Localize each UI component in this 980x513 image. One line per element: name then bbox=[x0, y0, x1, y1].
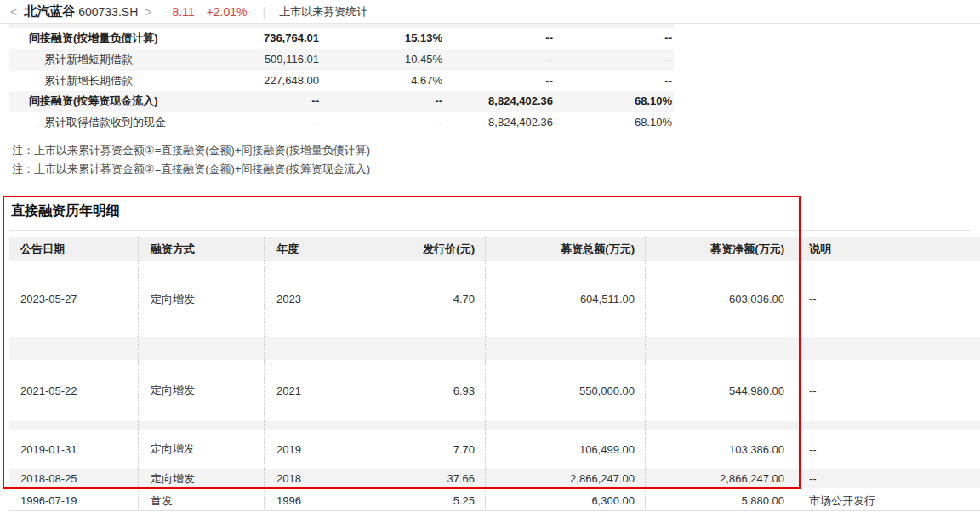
column-header: 年度 bbox=[264, 237, 356, 261]
cell-year: 1996 bbox=[264, 491, 356, 510]
cell-total-raised: 106,499.00 bbox=[485, 430, 645, 469]
cell-issue-price: 6.93 bbox=[356, 360, 485, 421]
footnote: 注：上市以来累计募资金额①=直接融资(金额)+间接融资(按增量负债计算) bbox=[12, 141, 370, 160]
cell-percent: -- bbox=[319, 112, 442, 134]
cell-announce-date: 1996-07-19 bbox=[9, 491, 138, 510]
stock-price: 8.11 bbox=[172, 5, 194, 19]
table-row: 2018-08-25 定向增发 2018 37.66 2,866,247.00 … bbox=[9, 469, 980, 488]
stock-code: 600733.SH bbox=[78, 5, 138, 19]
cell-percent: 15.13% bbox=[319, 28, 442, 49]
cell-amount: -- bbox=[187, 91, 319, 112]
cell-year: 2023 bbox=[264, 261, 356, 337]
cell-percent2: -- bbox=[553, 71, 672, 92]
direct-financing-table-header: 公告日期 融资方式 年度 发行价(元) 募资总额(万元) 募资净额(万元) 说明 bbox=[9, 237, 980, 261]
row-label: 累计取得借款收到的现金 bbox=[9, 112, 187, 134]
cell-note: -- bbox=[795, 469, 980, 488]
topbar-divider: | bbox=[263, 5, 266, 19]
chevron-right-icon[interactable]: > bbox=[141, 5, 155, 19]
footnote: 注：上市以来累计募资金额②=直接融资(金额)+间接融资(按筹资现金流入) bbox=[12, 160, 370, 179]
cell-announce-date: 2018-08-25 bbox=[9, 469, 138, 488]
table-row: 间接融资(按筹资现金流入) -- -- 8,824,402.36 68.10% bbox=[9, 91, 674, 112]
cell-amount: 509,116.01 bbox=[187, 49, 319, 71]
column-header: 募资总额(万元) bbox=[485, 237, 645, 261]
cell-year: 2021 bbox=[264, 360, 356, 421]
page: < 北汽蓝谷 600733.SH > 8.11 +2.01% | 上市以来募资统… bbox=[0, 0, 980, 513]
cell-amount: 736,764.01 bbox=[187, 28, 319, 49]
cell-announce-date: 2023-05-27 bbox=[9, 261, 138, 337]
column-header: 公告日期 bbox=[9, 237, 138, 261]
cell-announce-date: 2021-05-22 bbox=[9, 360, 138, 421]
cell-financing-method: 定向增发 bbox=[138, 360, 264, 421]
column-header: 发行价(元) bbox=[356, 237, 485, 261]
column-header: 募资净额(万元) bbox=[645, 237, 795, 261]
cell-total-raised: 550,000.00 bbox=[485, 360, 645, 421]
cell-issue-price: 7.70 bbox=[356, 430, 485, 469]
table-row: 1996-07-19 首发 1996 5.25 6,300.00 5,880.0… bbox=[9, 491, 980, 510]
cell-amount2: -- bbox=[442, 49, 553, 71]
cell-amount2: 8,824,402.36 bbox=[442, 112, 553, 134]
cell-financing-method: 定向增发 bbox=[138, 430, 264, 469]
table-row: 2019-01-31 定向增发 2019 7.70 106,499.00 103… bbox=[9, 430, 980, 469]
direct-financing-table: 2023-05-27 定向增发 2023 4.70 604,511.00 603… bbox=[9, 261, 980, 510]
cell-note: -- bbox=[795, 360, 980, 421]
table-bottom-border bbox=[9, 510, 980, 511]
stock-name: 北汽蓝谷 bbox=[24, 3, 75, 20]
cell-total-raised: 604,511.00 bbox=[485, 261, 645, 337]
row-label: 间接融资(按增量负债计算) bbox=[9, 28, 187, 49]
cell-percent: 4.67% bbox=[319, 71, 442, 92]
cell-amount2: 8,824,402.36 bbox=[442, 91, 553, 112]
cell-announce-date: 2019-01-31 bbox=[9, 430, 138, 469]
cell-net-raised: 603,036.00 bbox=[645, 261, 795, 337]
indirect-financing-table: 间接融资(按增量负债计算) 736,764.01 15.13% -- -- 累计… bbox=[9, 28, 674, 134]
cell-percent: 10.45% bbox=[319, 49, 442, 71]
cell-issue-price: 5.25 bbox=[356, 491, 485, 510]
cell-note: 市场公开发行 bbox=[795, 491, 980, 510]
cell-total-raised: 6,300.00 bbox=[485, 491, 645, 510]
cell-net-raised: 2,866,247.00 bbox=[645, 469, 795, 488]
cell-percent2: 68.10% bbox=[553, 112, 672, 134]
cell-year: 2018 bbox=[264, 469, 356, 488]
cell-issue-price: 37.66 bbox=[356, 469, 485, 488]
cell-net-raised: 5,880.00 bbox=[645, 491, 795, 510]
table-row: 累计新增短期借款 509,116.01 10.45% -- -- bbox=[9, 49, 674, 71]
cell-financing-method: 定向增发 bbox=[138, 469, 264, 488]
cell-net-raised: 544,980.00 bbox=[645, 360, 795, 421]
stock-change-percent: +2.01% bbox=[207, 5, 248, 19]
cell-percent2: 68.10% bbox=[553, 91, 672, 112]
cell-amount: 227,648.00 bbox=[187, 71, 319, 92]
cell-issue-price: 4.70 bbox=[356, 261, 485, 337]
cell-total-raised: 2,866,247.00 bbox=[485, 469, 645, 488]
column-header: 说明 bbox=[795, 237, 980, 261]
table-row: 间接融资(按增量负债计算) 736,764.01 15.13% -- -- bbox=[9, 28, 674, 49]
topbar: < 北汽蓝谷 600733.SH > 8.11 +2.01% | 上市以来募资统… bbox=[0, 0, 980, 24]
row-stripe bbox=[9, 421, 980, 430]
cell-note: -- bbox=[795, 430, 980, 469]
table-row: 累计新增长期借款 227,648.00 4.67% -- -- bbox=[9, 71, 674, 92]
row-stripe bbox=[9, 337, 980, 360]
table-row: 2023-05-27 定向增发 2023 4.70 604,511.00 603… bbox=[9, 261, 980, 337]
cell-percent: -- bbox=[319, 91, 442, 112]
chevron-left-icon[interactable]: < bbox=[7, 5, 20, 19]
cell-financing-method: 定向增发 bbox=[138, 261, 264, 337]
table-row: 2021-05-22 定向增发 2021 6.93 550,000.00 544… bbox=[9, 360, 980, 421]
cell-year: 2019 bbox=[264, 430, 356, 469]
cell-financing-method: 首发 bbox=[138, 491, 264, 510]
cell-note: -- bbox=[795, 261, 980, 337]
page-title: 上市以来募资统计 bbox=[279, 4, 368, 20]
column-header: 融资方式 bbox=[138, 237, 264, 261]
cell-net-raised: 103,386.00 bbox=[645, 430, 795, 469]
row-label: 累计新增短期借款 bbox=[9, 49, 187, 71]
footnotes: 注：上市以来累计募资金额①=直接融资(金额)+间接融资(按增量负债计算) 注：上… bbox=[12, 141, 370, 179]
cell-percent2: -- bbox=[553, 49, 672, 71]
row-label: 间接融资(按筹资现金流入) bbox=[9, 91, 187, 112]
section-divider bbox=[9, 230, 971, 231]
cell-amount2: -- bbox=[442, 28, 553, 49]
table-row: 累计取得借款收到的现金 -- -- 8,824,402.36 68.10% bbox=[9, 112, 674, 134]
cell-percent2: -- bbox=[553, 28, 672, 49]
section-title: 直接融资历年明细 bbox=[11, 202, 120, 220]
row-label: 累计新增长期借款 bbox=[9, 71, 187, 92]
cell-amount2: -- bbox=[442, 71, 553, 92]
cell-amount: -- bbox=[187, 112, 319, 134]
